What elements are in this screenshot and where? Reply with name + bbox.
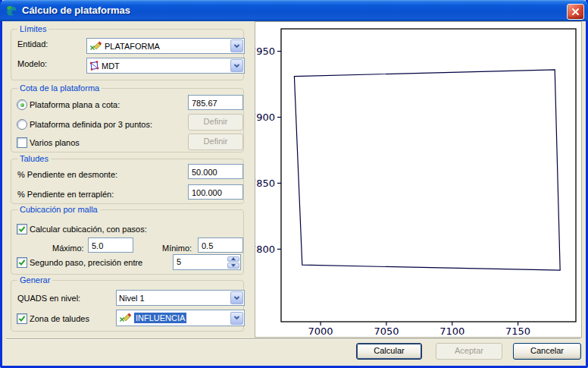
precision-value: 5 xyxy=(174,255,227,269)
green-dot-icon xyxy=(20,103,24,107)
quads-value: Nivel 1 xyxy=(119,294,145,303)
zona-taludes-value: INFLUENCIA xyxy=(134,313,186,323)
terraplen-input[interactable] xyxy=(188,184,243,200)
desmonte-label: % Pendiente en desmonte: xyxy=(17,170,117,179)
chevron-down-icon xyxy=(233,44,240,49)
segundo-paso-checkbox[interactable] xyxy=(17,257,27,268)
group-cota-caption: Cota de la plataforma xyxy=(17,83,102,93)
svg-text:7950: 7950 xyxy=(255,46,275,57)
radio-plataforma-plana-label[interactable]: Plataforma plana a cota: xyxy=(30,100,120,109)
zona-taludes-label[interactable]: Zona de taludes xyxy=(30,314,89,323)
close-button[interactable] xyxy=(567,4,584,20)
precision-spinner[interactable]: 5 xyxy=(173,254,241,270)
modelo-label: Modelo: xyxy=(17,59,47,68)
modelo-dropdown-button[interactable] xyxy=(230,59,243,72)
quads-dropdown-button[interactable] xyxy=(230,291,243,304)
group-generar-caption: Generar xyxy=(17,275,52,285)
desmonte-input[interactable] xyxy=(188,164,243,179)
terraplen-label: % Pendiente en terraplén: xyxy=(17,190,114,199)
group-taludes: Taludes % Pendiente en desmonte: % Pendi… xyxy=(11,159,244,204)
platform-plot: 70007050710071507800785079007950 xyxy=(255,22,581,337)
entidad-combobox[interactable]: PLATAFORMA xyxy=(86,38,245,54)
svg-text:7800: 7800 xyxy=(255,244,275,255)
green-check-icon xyxy=(18,259,26,266)
definir-varios-planos-button[interactable]: Definir xyxy=(188,134,243,150)
aceptar-button[interactable]: Aceptar xyxy=(436,343,502,360)
minimo-input[interactable] xyxy=(198,237,243,253)
quads-combobox[interactable]: Nivel 1 xyxy=(116,290,245,306)
spinner-down-icon xyxy=(231,264,236,267)
group-limites: Límites Entidad: PLATAFORMA Modelo: xyxy=(11,29,244,80)
cancelar-button[interactable]: Cancelar xyxy=(513,343,581,360)
group-taludes-caption: Taludes xyxy=(17,154,51,163)
chevron-down-icon xyxy=(233,64,240,68)
group-limites-caption: Límites xyxy=(17,24,48,33)
entidad-value: PLATAFORMA xyxy=(105,42,160,51)
spinner-down-button[interactable] xyxy=(227,263,239,269)
polygon-mdt-icon xyxy=(89,61,99,71)
close-icon xyxy=(571,8,580,16)
svg-text:7850: 7850 xyxy=(255,178,275,189)
plot-panel: 70007050710071507800785079007950 xyxy=(255,21,582,338)
minimo-label: Mínimo: xyxy=(162,244,192,253)
svg-text:7000: 7000 xyxy=(308,326,333,337)
cota-input[interactable] xyxy=(188,95,243,110)
radio-plataforma-plana[interactable] xyxy=(17,99,27,110)
varios-planos-checkbox[interactable] xyxy=(17,137,27,148)
segundo-paso-label[interactable]: Segundo paso, precisión entre xyxy=(30,258,142,267)
green-check-icon xyxy=(18,315,26,322)
varios-planos-label[interactable]: Varios planos xyxy=(30,138,80,147)
maximo-input[interactable] xyxy=(88,237,133,253)
chevron-down-icon xyxy=(233,316,240,320)
pencil-draw-icon xyxy=(119,313,132,323)
modelo-value: MDT xyxy=(102,61,120,71)
entidad-label: Entidad: xyxy=(17,39,48,49)
group-cota: Cota de la plataforma Plataforma plana a… xyxy=(11,88,244,153)
title-bar[interactable]: Cálculo de plataformas xyxy=(0,0,588,21)
zona-taludes-checkbox[interactable] xyxy=(17,313,27,324)
chevron-down-icon xyxy=(233,296,240,300)
svg-text:7100: 7100 xyxy=(439,326,464,337)
divider xyxy=(6,338,580,340)
zona-taludes-combobox[interactable]: INFLUENCIA xyxy=(116,310,245,326)
radio-plataforma-3puntos[interactable] xyxy=(17,119,27,130)
calcular-cubicacion-label[interactable]: Calcular cubicación, con pasos: xyxy=(30,225,147,234)
svg-text:7900: 7900 xyxy=(255,112,275,123)
spinner-up-icon xyxy=(231,257,236,260)
svg-text:7150: 7150 xyxy=(505,326,530,337)
dialog-calculo-de-plataformas: Cálculo de plataformas Límites Entidad: … xyxy=(0,0,588,368)
entidad-dropdown-button[interactable] xyxy=(230,39,243,52)
modelo-combobox[interactable]: MDT xyxy=(86,58,245,74)
window-title: Cálculo de plataformas xyxy=(22,0,130,20)
radio-plataforma-3puntos-label[interactable]: Plataforma definida por 3 puntos: xyxy=(30,120,152,129)
green-check-icon xyxy=(18,225,26,233)
zona-taludes-dropdown-button[interactable] xyxy=(230,312,243,325)
calcular-button[interactable]: Calcular xyxy=(356,343,422,360)
group-cubicacion-caption: Cubicación por malla xyxy=(17,205,100,214)
app-logo-icon xyxy=(5,5,17,17)
maximo-label: Máximo: xyxy=(52,244,84,253)
spinner-up-button[interactable] xyxy=(227,256,239,263)
pencil-draw-icon xyxy=(89,41,102,52)
calcular-cubicacion-checkbox[interactable] xyxy=(17,224,27,234)
svg-text:7050: 7050 xyxy=(374,326,399,337)
quads-label: QUADS en nivel: xyxy=(17,294,80,303)
definir-3puntos-button[interactable]: Definir xyxy=(188,114,243,131)
group-cubicacion: Cubicación por malla Calcular cubicación… xyxy=(11,209,244,275)
group-generar: Generar QUADS en nivel: Nivel 1 Zona de … xyxy=(11,280,244,332)
